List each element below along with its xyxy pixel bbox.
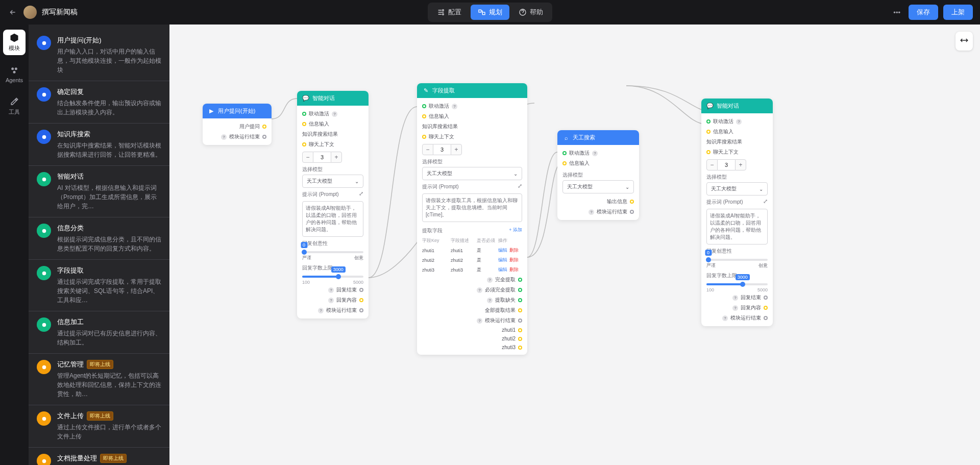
tab-config[interactable]: 配置 bbox=[430, 5, 469, 20]
tab-plan[interactable]: 规划 bbox=[471, 5, 509, 20]
svg-point-6 bbox=[15, 67, 17, 70]
prompt-input[interactable]: 请假装文本提取工具，根据信息输入和聊天上下文，提取信息填槽。当前时间[cTime… bbox=[422, 193, 522, 222]
step-minus[interactable]: − bbox=[302, 152, 313, 163]
save-button[interactable]: 保存 bbox=[909, 5, 938, 20]
svg-point-8 bbox=[42, 41, 46, 45]
step-plus[interactable]: + bbox=[331, 152, 342, 163]
prompt-input[interactable]: 请假装成AI智能助手，以温柔的口吻，回答用户的各种问题，帮助他解决问题。 bbox=[302, 201, 363, 237]
chat-icon: 💬 bbox=[302, 95, 309, 102]
model-select[interactable]: 天工大模型⌄ bbox=[422, 167, 522, 180]
module-icon bbox=[37, 87, 51, 102]
module-icon bbox=[37, 130, 51, 144]
delete-link[interactable]: 删除 bbox=[509, 267, 519, 272]
module-icon bbox=[37, 36, 51, 50]
svg-rect-3 bbox=[482, 12, 485, 15]
avatar bbox=[23, 6, 37, 19]
expand-icon[interactable]: ⤢ bbox=[359, 190, 363, 197]
module-icon bbox=[37, 360, 51, 374]
svg-point-11 bbox=[42, 177, 46, 181]
module-item[interactable]: 用户提问(开始) 用户输入入口，对话中用户的输入信息，与其他模块连接，一般作为起… bbox=[29, 30, 169, 81]
svg-point-10 bbox=[42, 135, 46, 139]
project-title: 撰写新闻稿 bbox=[42, 8, 78, 17]
play-icon: ▶ bbox=[208, 108, 215, 115]
module-item[interactable]: 记忆管理 即将上线 管理Agent的长短期记忆，包括可以高效地处理和回忆信息，保… bbox=[29, 354, 169, 405]
publish-button[interactable]: 上架 bbox=[943, 5, 973, 20]
svg-point-12 bbox=[42, 229, 46, 233]
node-user-start[interactable]: ▶ 用户提问(开始) 用户提问 ?模块运行结束 bbox=[203, 104, 272, 145]
module-icon bbox=[37, 317, 51, 332]
creativity-slider[interactable]: 0 bbox=[302, 251, 363, 253]
svg-point-14 bbox=[42, 323, 46, 327]
view-switcher: 配置 规划 帮助 bbox=[428, 3, 552, 22]
creativity-slider[interactable]: 0 bbox=[706, 259, 768, 261]
context-stepper[interactable]: − 3 + bbox=[302, 152, 363, 163]
module-item[interactable]: 字段提取 通过提示词完成字段提取，常用于提取搜索关键词、SQL语句等，结合API… bbox=[29, 260, 169, 311]
node-chat-2[interactable]: 💬 智能对话 联动激活? 信息输入 知识库搜索结果 聊天上下文 − 3 + 选择… bbox=[701, 99, 773, 326]
table-row: zhuti3zhuti3是编辑删除 bbox=[422, 265, 522, 275]
node-search[interactable]: ⌕ 天工搜索 联动激活? 信息输入 选择模型 天工大模型⌄ 输出信息 ?模块运行… bbox=[557, 130, 639, 220]
canvas[interactable]: ▶ 用户提问(开始) 用户提问 ?模块运行结束 💬 智能对话 联动激活? 信息输… bbox=[169, 25, 980, 465]
svg-point-1 bbox=[443, 14, 444, 15]
module-item[interactable]: 知识库搜索 在知识库中搜索结果，智能对话模块根据搜索结果进行回答，让回答更精准。 bbox=[29, 124, 169, 166]
more-button[interactable]: ••• bbox=[890, 7, 903, 18]
context-stepper[interactable]: − 3 + bbox=[422, 144, 522, 155]
prompt-input[interactable]: 请假装成AI智能助手，以温柔的口吻，回答用户的各种问题，帮助他解决问题。 bbox=[706, 209, 768, 244]
svg-point-13 bbox=[42, 271, 46, 275]
maxwords-slider[interactable]: 3000 bbox=[706, 283, 768, 285]
edit-link[interactable]: 编辑 bbox=[498, 248, 507, 253]
module-icon bbox=[37, 172, 51, 186]
module-item[interactable]: 智能对话 AI 对话模型，根据信息输入和提示词（Prompt）加工生成所需信息，… bbox=[29, 166, 169, 217]
table-row: zhuti1zhuti1是编辑删除 bbox=[422, 246, 522, 255]
svg-point-17 bbox=[42, 459, 46, 463]
help-icon: ? bbox=[221, 134, 227, 140]
chat-icon: 💬 bbox=[706, 103, 714, 110]
svg-point-7 bbox=[13, 71, 16, 74]
svg-point-16 bbox=[42, 417, 46, 421]
module-item[interactable]: 文件上传 即将上线 通过上传文件接口，进行单个或者多个文件上传 bbox=[29, 405, 169, 448]
svg-point-9 bbox=[42, 92, 46, 96]
back-button[interactable] bbox=[7, 7, 18, 18]
svg-point-15 bbox=[42, 365, 46, 369]
extract-icon: ✎ bbox=[422, 87, 429, 94]
model-select[interactable]: 天工大模型⌄ bbox=[706, 182, 768, 195]
nav-agents[interactable]: Agents bbox=[3, 62, 26, 86]
module-item[interactable]: 文档批量处理 即将上线 对单个或者多个文件，用自然语言描述的提示词作为规则，对其… bbox=[29, 448, 169, 465]
nav-modules[interactable]: 模块 bbox=[3, 30, 26, 55]
nav-tools[interactable]: 工具 bbox=[3, 93, 26, 119]
module-item[interactable]: 确定回复 结合触发条件使用，输出预设内容或输出上游模块接入内容。 bbox=[29, 81, 169, 124]
soon-badge: 即将上线 bbox=[100, 454, 127, 463]
delete-link[interactable]: 删除 bbox=[509, 248, 519, 253]
delete-link[interactable]: 删除 bbox=[509, 257, 519, 262]
module-icon bbox=[37, 411, 51, 426]
module-icon bbox=[37, 454, 51, 465]
module-item[interactable]: 信息分类 根据提示词完成信息分类，且不同的信息类型配置不同的回复方式和内容。 bbox=[29, 217, 169, 260]
expand-icon[interactable]: ⤢ bbox=[518, 183, 522, 189]
canvas-tools-button[interactable] bbox=[955, 32, 973, 51]
svg-rect-2 bbox=[479, 10, 481, 12]
node-chat-1[interactable]: 💬 智能对话 联动激活? 信息输入 知识库搜索结果 聊天上下文 − 3 + 选择… bbox=[297, 91, 369, 319]
expand-icon[interactable]: ⤢ bbox=[763, 198, 768, 205]
node-extract[interactable]: ✎ 字段提取 联动激活? 信息输入 知识库搜索结果 聊天上下文 − 3 + 选择… bbox=[417, 83, 527, 355]
module-icon bbox=[37, 224, 51, 238]
table-row: zhuti2zhuti2是编辑删除 bbox=[422, 255, 522, 265]
model-select[interactable]: 天工大模型⌄ bbox=[302, 175, 363, 188]
edges-layer bbox=[169, 25, 980, 465]
soon-badge: 即将上线 bbox=[87, 360, 113, 369]
svg-point-0 bbox=[443, 10, 444, 11]
search-icon: ⌕ bbox=[562, 134, 570, 141]
model-select[interactable]: 天工大模型⌄ bbox=[562, 180, 634, 193]
context-stepper[interactable]: − 3 + bbox=[706, 159, 768, 170]
edit-link[interactable]: 编辑 bbox=[498, 257, 507, 262]
edit-link[interactable]: 编辑 bbox=[498, 267, 507, 272]
module-panel: 用户提问(开始) 用户输入入口，对话中用户的输入信息，与其他模块连接，一般作为起… bbox=[29, 25, 169, 465]
svg-point-5 bbox=[11, 67, 14, 70]
tab-help[interactable]: 帮助 bbox=[511, 5, 550, 20]
maxwords-slider[interactable]: 3000 bbox=[302, 276, 363, 278]
module-item[interactable]: 信息加工 通过提示词对已有历史信息进行内容、结构加工。 bbox=[29, 311, 169, 354]
add-field[interactable]: + 添加 bbox=[509, 227, 522, 233]
module-icon bbox=[37, 266, 51, 280]
soon-badge: 即将上线 bbox=[87, 411, 113, 421]
